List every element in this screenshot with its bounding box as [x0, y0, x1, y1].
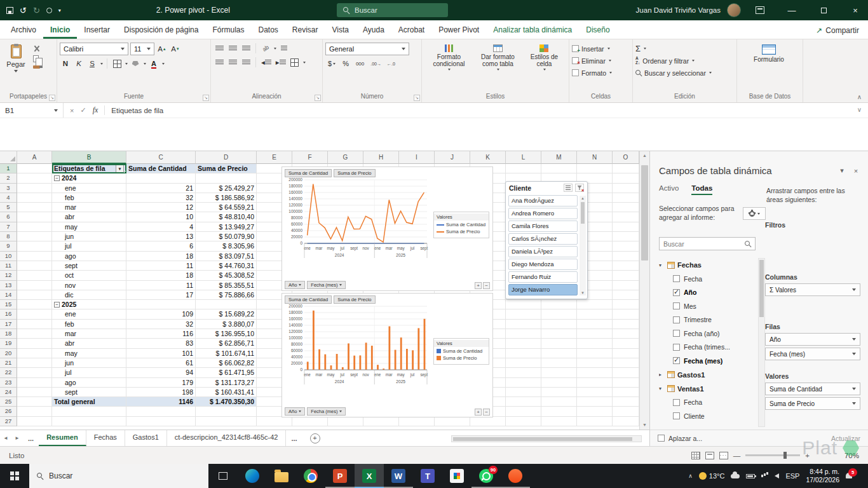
undo-icon[interactable]: ↺: [20, 6, 27, 15]
cell[interactable]: 179: [126, 378, 196, 388]
row-header-14[interactable]: 14: [0, 290, 17, 300]
zoom-slider[interactable]: [745, 454, 800, 456]
ribbon-tab-inicio[interactable]: Inicio: [43, 22, 77, 39]
cell[interactable]: [613, 271, 639, 280]
cell[interactable]: feb: [52, 193, 126, 203]
language-indicator[interactable]: ESP: [785, 472, 799, 480]
cell[interactable]: [541, 339, 577, 348]
cell[interactable]: [541, 358, 577, 368]
fill-color-icon[interactable]: [130, 58, 141, 69]
cell[interactable]: $ 83.097,51: [196, 252, 257, 261]
thousands-format-icon[interactable]: 000: [353, 58, 367, 69]
area-pill[interactable]: Σ Valores: [765, 283, 860, 296]
select-all-corner[interactable]: [0, 151, 17, 164]
cell[interactable]: [541, 320, 577, 329]
cell[interactable]: [17, 212, 52, 222]
cell[interactable]: [506, 368, 541, 377]
cell[interactable]: 32: [126, 320, 196, 329]
ribbon-tab-power-pivot[interactable]: Power Pivot: [431, 22, 486, 39]
volume-icon[interactable]: [775, 473, 779, 478]
cell[interactable]: [506, 300, 541, 309]
column-header-H[interactable]: H: [363, 151, 399, 164]
scroll-up-icon[interactable]: ▲: [642, 151, 647, 160]
cell[interactable]: [613, 329, 639, 339]
percent-format-icon[interactable]: %: [340, 58, 351, 69]
brave-icon[interactable]: [501, 464, 530, 488]
formula-bar-expand-icon[interactable]: ∨: [857, 106, 862, 113]
cell[interactable]: feb: [52, 320, 126, 329]
cell[interactable]: [613, 388, 639, 397]
cell[interactable]: [257, 417, 292, 426]
row-header-19[interactable]: 19: [0, 339, 17, 348]
cell[interactable]: $ 1.470.350,30: [196, 397, 257, 407]
scrollbar-thumb[interactable]: [453, 437, 632, 441]
cell[interactable]: [577, 388, 613, 397]
align-top-icon[interactable]: [214, 43, 225, 54]
row-header-15[interactable]: 15: [0, 300, 17, 309]
cell[interactable]: [506, 388, 541, 397]
cell[interactable]: [17, 407, 52, 416]
cell[interactable]: nov: [52, 281, 126, 290]
row-header-4[interactable]: 4: [0, 193, 17, 203]
cell[interactable]: $ 13.949,27: [196, 222, 257, 232]
cell[interactable]: 1146: [126, 397, 196, 407]
field-trimestre[interactable]: Trimestre: [659, 313, 756, 327]
cell[interactable]: 4: [126, 222, 196, 232]
collapse-ribbon-icon[interactable]: ∧: [857, 93, 862, 100]
cell[interactable]: [17, 320, 52, 329]
slicer-item[interactable]: Jorge Navarro: [508, 284, 578, 295]
cell[interactable]: 18: [126, 252, 196, 261]
column-header-N[interactable]: N: [577, 151, 613, 164]
cell[interactable]: $ 3.880,07: [196, 320, 257, 329]
cell[interactable]: [577, 320, 613, 329]
cell[interactable]: [17, 349, 52, 358]
cell[interactable]: 61: [126, 358, 196, 368]
fields-scrollbar[interactable]: [758, 258, 765, 427]
column-header-M[interactable]: M: [541, 151, 577, 164]
cell[interactable]: [506, 417, 541, 426]
cell[interactable]: 18: [126, 271, 196, 280]
slicer-item[interactable]: Andrea Romero: [508, 208, 578, 219]
task-view-button[interactable]: [208, 464, 238, 488]
autosum-button[interactable]: Σ: [635, 43, 734, 55]
field-checkbox[interactable]: [673, 412, 680, 419]
cell[interactable]: [541, 329, 577, 339]
cell[interactable]: [577, 300, 613, 309]
slicer-item[interactable]: Daniela LÃ³pez: [508, 246, 578, 257]
field-fecha-a-o-[interactable]: Fecha (año): [659, 327, 756, 341]
cell[interactable]: [17, 193, 52, 203]
cell[interactable]: $ 85.355,51: [196, 281, 257, 290]
slicer-multiselect-icon[interactable]: [564, 184, 573, 192]
cell[interactable]: [17, 368, 52, 377]
cell[interactable]: [17, 397, 52, 407]
field-fecha-trimes-[interactable]: Fecha (trimes...: [659, 341, 756, 355]
row-header-16[interactable]: 16: [0, 309, 17, 319]
minimize-button[interactable]: —: [779, 0, 804, 20]
cell[interactable]: Suma de Precio: [196, 164, 257, 173]
row-header-26[interactable]: 26: [0, 407, 17, 416]
wrap-text-icon[interactable]: [278, 43, 290, 54]
qat-customize-icon[interactable]: ▾: [58, 8, 61, 13]
collapse-group-button[interactable]: −: [54, 302, 60, 308]
sheet-tab-resumen[interactable]: Resumen: [39, 430, 86, 446]
area-pill[interactable]: Suma de Cantidad: [765, 383, 860, 395]
collapse-group-button[interactable]: −: [54, 175, 60, 181]
cell[interactable]: $ 64.559,21: [196, 203, 257, 212]
ribbon-tab-insertar[interactable]: Insertar: [77, 22, 117, 39]
field-cliente[interactable]: Cliente: [659, 409, 756, 423]
cell[interactable]: [17, 281, 52, 290]
column-header-O[interactable]: O: [613, 151, 639, 164]
row-header-22[interactable]: 22: [0, 368, 17, 377]
cell[interactable]: [577, 397, 613, 407]
powerpoint-icon[interactable]: P: [325, 464, 355, 488]
cell[interactable]: $ 25.429,27: [196, 184, 257, 193]
chart-axis-field-button[interactable]: Fecha (mes): [307, 281, 346, 289]
cell[interactable]: [17, 184, 52, 193]
field-checkbox[interactable]: [673, 399, 680, 406]
cell[interactable]: 116: [126, 329, 196, 339]
cell[interactable]: $ 136.955,10: [196, 329, 257, 339]
insert-cells-button[interactable]: +Insertar: [572, 43, 630, 55]
cell[interactable]: [506, 309, 541, 319]
cell[interactable]: [541, 368, 577, 377]
cell[interactable]: [196, 407, 257, 416]
